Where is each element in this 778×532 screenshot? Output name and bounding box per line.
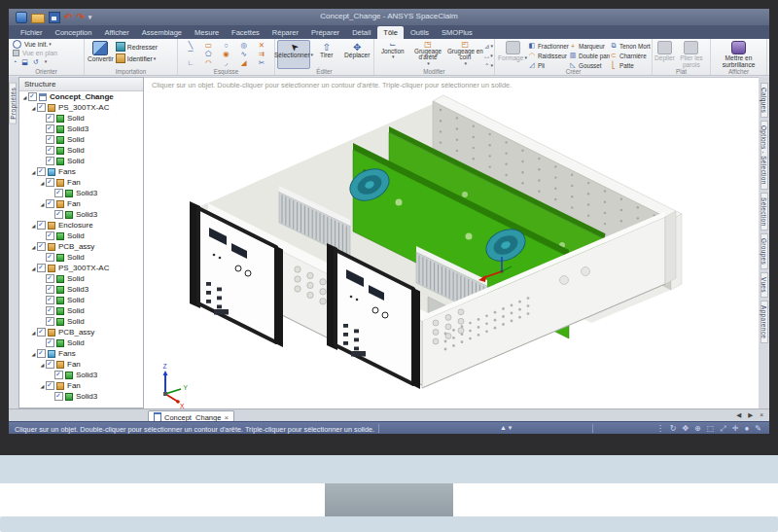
fillet-icon[interactable]: ◞: [217, 58, 234, 67]
arc-icon[interactable]: ⌒: [182, 50, 199, 58]
scroll-left-icon[interactable]: ◀: [736, 411, 741, 419]
visibility-checkbox[interactable]: [46, 124, 54, 133]
rectangle-icon[interactable]: ▭: [199, 41, 217, 50]
button-raidisseur[interactable]: ◠Raidisseur: [528, 51, 569, 60]
button-fractionner[interactable]: ◧Fractionner: [528, 41, 569, 51]
spline-icon[interactable]: ∿: [235, 50, 253, 58]
ribbon-tab-outils[interactable]: Outils: [405, 26, 435, 39]
tree-item-solid[interactable]: Solid: [19, 305, 143, 316]
plan-view-button[interactable]: Vue en plan: [13, 49, 84, 57]
tree-item-concept-change[interactable]: ◢Concept_Change: [19, 91, 143, 102]
visibility-checkbox[interactable]: [46, 135, 54, 144]
side-tab-groupes[interactable]: Groupes: [760, 233, 768, 269]
flange-tool-icon[interactable]: ⌓: [484, 52, 493, 60]
orient-more-icon[interactable]: [44, 58, 48, 65]
expander-icon[interactable]: ◢: [30, 169, 37, 175]
edge-notch-more-icon[interactable]: [426, 61, 430, 67]
ribbon-tab-mesure[interactable]: Mesure: [189, 26, 225, 39]
visibility-checkbox[interactable]: [46, 253, 54, 262]
ribbon-tab-conception[interactable]: Conception: [50, 26, 98, 39]
tree-item-fan[interactable]: ◢Fan: [19, 198, 143, 209]
tree-item-fans[interactable]: ◢Fans: [19, 348, 143, 359]
side-tab-calques[interactable]: Calques: [760, 83, 768, 118]
visibility-checkbox[interactable]: [37, 221, 46, 230]
zoom-icon[interactable]: ⊕: [694, 424, 701, 434]
tree-item-solid3[interactable]: Solid3: [19, 124, 143, 134]
visibility-checkbox[interactable]: [46, 231, 54, 240]
bend-tool-icon[interactable]: ⊿: [484, 42, 493, 51]
orient-tools[interactable]: ◔ ⬓ ↺: [13, 57, 84, 66]
visibility-checkbox[interactable]: [46, 114, 54, 123]
visibility-checkbox[interactable]: [46, 338, 54, 347]
tree-item-solid[interactable]: Solid: [19, 295, 143, 305]
corner-notch-more-icon[interactable]: [464, 61, 468, 67]
expander-icon[interactable]: ◢: [39, 180, 46, 186]
move-button[interactable]: ✥ Déplacer: [343, 40, 372, 69]
scissors-icon[interactable]: ✂: [253, 58, 270, 67]
offset-icon[interactable]: ⇉: [253, 50, 270, 58]
visibility-checkbox[interactable]: [54, 371, 63, 379]
visibility-checkbox[interactable]: [37, 349, 46, 358]
tree-item-solid3[interactable]: Solid3: [19, 370, 143, 380]
ribbon-tab-reparer[interactable]: Réparer: [266, 26, 304, 39]
button-marqueur[interactable]: +Marqueur: [569, 41, 610, 51]
scroll-right-icon[interactable]: ▶: [748, 411, 753, 419]
chamfer-icon[interactable]: ◢: [235, 58, 253, 67]
tree-item-enclosure[interactable]: ◢Enclosure: [19, 220, 143, 231]
ribbon-tab-smoplus[interactable]: SMOPlus: [436, 26, 478, 39]
tree-item-solid[interactable]: Solid: [19, 145, 143, 156]
tree-item-fan[interactable]: ◢Fan: [19, 359, 143, 370]
tree-item-solid[interactable]: Solid: [19, 231, 143, 241]
tree-item-solid3[interactable]: Solid3: [19, 391, 143, 402]
visibility-checkbox[interactable]: [46, 285, 54, 294]
button-tenon-mortaise[interactable]: ⧉Tenon Mortaise: [610, 41, 651, 51]
junction-more-icon[interactable]: [391, 54, 395, 60]
visibility-checkbox[interactable]: [28, 92, 37, 101]
expander-icon[interactable]: ◢: [30, 105, 37, 111]
visibility-checkbox[interactable]: [37, 167, 46, 176]
expander-icon[interactable]: ◢: [30, 266, 37, 271]
move-view-icon[interactable]: ✛: [732, 424, 739, 434]
sphere-view-icon[interactable]: ●: [744, 424, 749, 434]
expander-icon[interactable]: ◢: [30, 351, 37, 357]
corner-icon[interactable]: ∟: [182, 58, 199, 67]
visibility-checkbox[interactable]: [46, 178, 54, 187]
visibility-checkbox[interactable]: [46, 146, 54, 155]
polygon-icon[interactable]: ⬠: [199, 50, 217, 58]
visibility-checkbox[interactable]: [37, 242, 46, 251]
tree-item-solid[interactable]: Solid: [19, 113, 143, 124]
tree-item-solid[interactable]: Solid: [19, 316, 143, 327]
tree-item-solid[interactable]: Solid: [19, 273, 143, 284]
visibility-checkbox[interactable]: [54, 210, 63, 219]
visibility-checkbox[interactable]: [46, 296, 54, 304]
visibility-checkbox[interactable]: [46, 360, 54, 369]
visibility-checkbox[interactable]: [46, 381, 54, 390]
tree-item-fans[interactable]: ◢Fans: [19, 166, 143, 177]
side-tab-proprietes[interactable]: Propriétés: [9, 83, 17, 124]
visibility-checkbox[interactable]: [46, 157, 54, 165]
view-initial-button[interactable]: Vue init.: [13, 40, 84, 49]
expander-icon[interactable]: ◢: [30, 223, 37, 229]
line-icon[interactable]: ╲: [182, 41, 199, 50]
point-icon[interactable]: ◉: [217, 50, 234, 58]
expander-icon[interactable]: ◢: [39, 383, 46, 389]
close-tab-icon[interactable]: ×: [760, 411, 763, 419]
visibility-checkbox[interactable]: [46, 199, 54, 208]
tangent-arc-icon[interactable]: ◠: [199, 58, 217, 67]
button-charniere[interactable]: ⊂Charnière: [610, 51, 651, 60]
straighten-button[interactable]: Redresser: [116, 42, 158, 52]
tree-item-ps-300tx-ac[interactable]: ◢PS_300TX-AC: [19, 102, 143, 113]
expander-icon[interactable]: ◢: [30, 330, 37, 336]
select-button[interactable]: ➤ Sélectionner: [277, 40, 310, 69]
trim-icon[interactable]: ✕: [253, 41, 270, 50]
pan-icon[interactable]: ✥: [682, 424, 689, 434]
tree-item-fan[interactable]: ◢Fan: [19, 177, 143, 188]
expander-icon[interactable]: ◢: [21, 94, 28, 100]
tree-item-solid3[interactable]: Solid3: [19, 188, 143, 198]
side-tab-options-selection[interactable]: Options - Sélection: [760, 121, 768, 190]
visibility-checkbox[interactable]: [37, 328, 46, 337]
expander-icon[interactable]: ◢: [30, 244, 37, 250]
fit-icon[interactable]: ⤢: [720, 424, 725, 434]
tree-item-solid[interactable]: Solid: [19, 252, 143, 263]
ribbon-tab-detail[interactable]: Détail: [346, 26, 376, 39]
